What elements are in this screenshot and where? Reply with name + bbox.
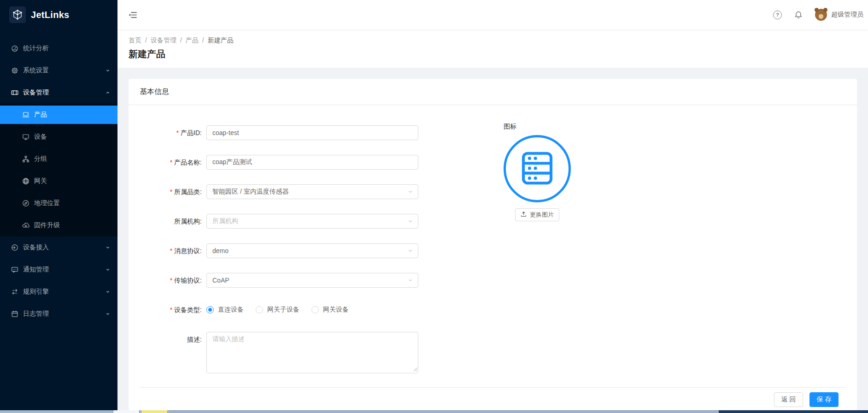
radio-icon [256,306,263,313]
chevron-down-icon [408,189,413,195]
chevron-down-icon [106,312,110,316]
sidebar-item-label: 系统设置 [23,66,49,75]
breadcrumb-item[interactable]: 首页 [129,36,141,44]
form-row-product-id: *产品ID: [140,125,846,140]
field-label-category: *所属品类: [140,184,202,199]
change-image-button[interactable]: 更换图片 [515,208,559,221]
logo[interactable]: JetLinks [0,0,117,30]
sidebar-item-gateway[interactable]: 网关 [0,172,117,190]
product-id-input[interactable] [206,125,418,140]
jetlinks-logo-icon [9,6,26,23]
breadcrumb-separator: / [202,36,204,44]
sidebar-item-device-access[interactable]: 设备接入 [0,238,117,257]
sidebar-item-geo-location[interactable]: 地理位置 [0,194,117,212]
category-select[interactable]: 智能园区 / 室内温度传感器 [206,184,418,199]
menu-fold-icon[interactable] [129,12,137,18]
video-camera-icon [11,89,18,96]
sidebar: JetLinks 统计分析系统设置设备管理产品设备分组网关地理位置固件升级设备接… [0,0,117,410]
message-icon [11,266,18,273]
sidebar-item-label: 网关 [34,177,47,185]
sidebar-item-device[interactable]: 设备 [0,128,117,146]
sidebar-item-stats[interactable]: 统计分析 [0,39,117,58]
message-protocol-select[interactable]: demo [206,243,418,258]
device-type-radio-group: 直连设备网关子设备网关设备 [206,302,361,317]
sidebar-item-label: 通知管理 [23,266,49,274]
chevron-up-icon [106,90,110,95]
breadcrumb: 首页/设备管理/产品/新建产品 [129,36,857,45]
login-icon [11,244,18,251]
logo-text: JetLinks [31,10,70,20]
required-asterisk: * [170,159,172,166]
chevron-down-icon [106,289,110,294]
apartment-icon [22,155,29,163]
user-name[interactable]: 超级管理员 [831,11,863,19]
form-row-organization: 所属机构:所属机构 [140,214,846,229]
description-textarea[interactable] [206,332,418,373]
field-label-message-protocol: *消息协议: [140,243,202,258]
breadcrumb-item[interactable]: 产品 [186,36,199,44]
form-row-category: *所属品类:智能园区 / 室内温度传感器 [140,184,846,199]
form-row-transport-protocol: *传输协议:CoAP [140,273,846,288]
breadcrumb-item: 新建产品 [208,36,234,44]
sidebar-item-product[interactable]: 产品 [0,106,117,124]
calendar-icon [11,310,18,318]
chevron-down-icon [106,245,110,250]
breadcrumb-separator: / [145,36,147,44]
topbar-actions: ? 超级管理员 [773,9,863,21]
change-image-label: 更换图片 [530,211,554,219]
sidebar-item-log-management[interactable]: 日志管理 [0,305,117,323]
device-type-option-0[interactable]: 直连设备 [206,306,244,314]
breadcrumb-separator: / [180,36,182,44]
field-label-device-type: *设备类型: [140,302,202,317]
back-button[interactable]: 返回 [774,392,803,407]
setting-icon [11,67,18,74]
page-title: 新建产品 [129,48,857,60]
sidebar-item-device-management[interactable]: 设备管理 [0,83,117,102]
compass-icon [22,200,29,207]
form-row-description: 描述: [140,332,846,373]
bell-icon[interactable] [794,11,803,19]
sidebar-item-rule-engine[interactable]: 规则引擎 [0,283,117,301]
device-type-option-1[interactable]: 网关子设备 [256,306,299,314]
sidebar-menu: 统计分析系统设置设备管理产品设备分组网关地理位置固件升级设备接入通知管理规则引擎… [0,30,117,323]
form-row-message-protocol: *消息协议:demo [140,243,846,258]
organization-select[interactable]: 所属机构 [206,214,418,229]
required-asterisk: * [170,247,172,254]
sidebar-item-label: 统计分析 [23,44,49,53]
sidebar-item-group[interactable]: 分组 [0,150,117,168]
dashboard-icon [11,45,18,52]
chevron-down-icon [408,277,413,283]
chevron-down-icon [106,267,110,272]
product-icon-panel: 图标 [504,123,571,221]
required-asterisk: * [170,306,172,313]
question-circle-icon[interactable]: ? [773,11,782,19]
radio-icon [311,306,319,313]
laptop-icon [22,111,29,118]
transport-protocol-select[interactable]: CoAP [206,273,418,288]
form-row-product-name: *产品名称: [140,155,846,170]
required-asterisk: * [176,129,179,136]
field-label-product-name: *产品名称: [140,155,202,170]
breadcrumb-item[interactable]: 设备管理 [151,36,176,44]
sidebar-item-notification[interactable]: 通知管理 [0,260,117,279]
field-label-description: 描述: [140,332,202,347]
field-label-organization: 所属机构: [140,214,202,229]
required-asterisk: * [170,188,172,195]
device-type-option-2[interactable]: 网关设备 [311,306,349,314]
taskbar-segment [113,410,140,413]
card-body: *产品ID:*产品名称:*所属品类:智能园区 / 室内温度传感器所属机构:所属机… [129,105,857,387]
avatar[interactable] [815,9,827,21]
sidebar-item-label: 分组 [34,155,47,163]
field-label-transport-protocol: *传输协议: [140,273,202,288]
cloud-icon [22,222,29,229]
save-button[interactable]: 保存 [809,392,839,407]
sidebar-item-label: 设备管理 [23,88,49,97]
taskbar-segment [141,410,168,413]
chevron-down-icon [106,68,110,73]
product-name-input[interactable] [206,155,418,170]
sidebar-item-firmware-upgrade[interactable]: 固件升级 [0,216,117,235]
sidebar-item-system-settings[interactable]: 系统设置 [0,61,117,80]
chevron-down-icon [408,248,413,254]
sidebar-item-label: 设备 [34,133,47,141]
product-image[interactable] [504,135,571,202]
